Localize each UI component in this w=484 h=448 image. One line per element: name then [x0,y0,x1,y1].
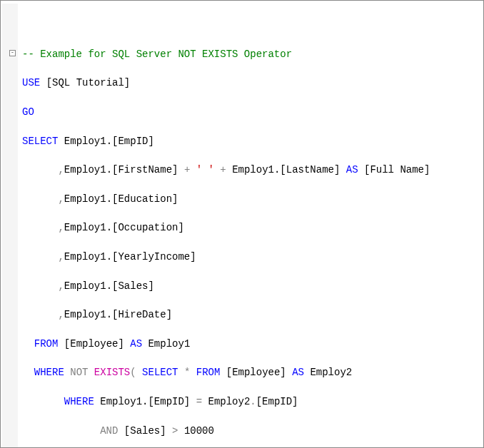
collapse-toggle-icon[interactable]: - [9,50,16,56]
sql-editor-pane[interactable]: - -- Example for SQL Server NOT EXISTS O… [1,1,483,448]
code-comment: -- Example for SQL Server NOT EXISTS Ope… [22,49,292,60]
sql-code[interactable]: - -- Example for SQL Server NOT EXISTS O… [2,4,482,448]
